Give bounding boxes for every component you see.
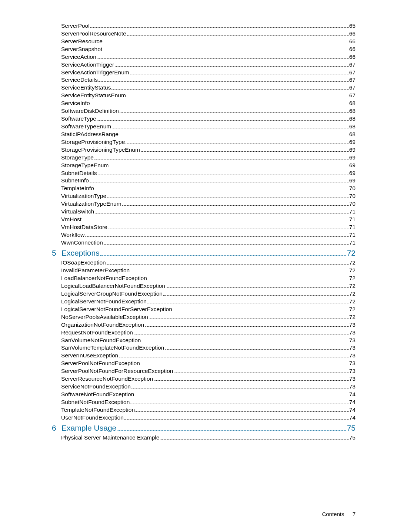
toc-entry-page: 66 [349,46,356,53]
toc-entry-page: 73 [349,360,356,367]
toc-entry[interactable]: SanVolumeNotFoundException73 [61,337,356,344]
toc-entry[interactable]: LogicalLoadBalancerNotFoundException72 [61,282,356,290]
toc-entry[interactable]: Workflow71 [61,231,356,239]
toc-entry-page: 74 [349,398,356,406]
toc-entry[interactable]: ServiceEntityStatus67 [61,84,356,92]
toc-leader-dots [119,136,349,136]
toc-entry-label: ServiceEntityStatus [61,84,111,92]
toc-entry[interactable]: VirtualizationType70 [61,192,356,200]
toc-entry-page: 72 [349,298,356,306]
toc-entry-page: 73 [349,337,356,344]
toc-entry-page: 69 [349,162,356,169]
toc-entry[interactable]: ServerSnapshot66 [61,46,356,53]
toc-entry[interactable]: ServiceActionTrigger67 [61,61,356,69]
toc-entry[interactable]: VmHost71 [61,216,356,223]
toc-entry-page: 72 [349,313,356,321]
toc-entry[interactable]: ServiceAction66 [61,53,356,61]
toc-entry[interactable]: ServerResourceNotFoundException73 [61,375,356,383]
footer-page-number: 7 [353,511,356,517]
toc-entry[interactable]: NoServerPoolsAvailableException72 [61,313,356,321]
toc-entry[interactable]: ServerResource66 [61,38,356,46]
toc-entry[interactable]: VirtualizationTypeEnum70 [61,200,356,208]
table-of-contents: ServerPool65ServerPoolResourceNote66Serv… [37,22,356,442]
toc-entry-page: 66 [349,38,356,46]
toc-entry[interactable]: TemplateInfo70 [61,185,356,192]
toc-entry[interactable]: RequestNotFoundException73 [61,329,356,337]
toc-entry[interactable]: Physical Server Maintenance Example75 [61,434,356,442]
toc-entry-page: 72 [349,275,356,282]
toc-entry-label: SoftwareType [61,115,96,123]
toc-entry[interactable]: VmHostDataStore71 [61,223,356,231]
toc-entry-label: IOSoapException [61,259,106,267]
toc-entry-page: 68 [349,131,356,138]
toc-entry[interactable]: ServiceInfo68 [61,100,356,107]
toc-entry-label: StorageType [61,154,94,162]
toc-entry[interactable]: LoadBalancerNotFoundException72 [61,275,356,282]
toc-leader-dots [148,280,349,280]
toc-entry[interactable]: LogicalServerNotFoundForServerException7… [61,306,356,313]
toc-entry[interactable]: ServiceActionTriggerEnum67 [61,69,356,77]
toc-leader-dots [94,159,349,159]
toc-entry[interactable]: ServiceDetails67 [61,76,356,84]
toc-leader-dots [135,396,348,396]
toc-entry[interactable]: LogicalServerNotFoundException72 [61,298,356,306]
toc-entry[interactable]: ServerPoolNotFoundForResourceException73 [61,367,356,375]
toc-entry[interactable]: ServerPool65 [61,22,356,30]
toc-entry-page: 67 [349,69,356,77]
toc-leader-dots [130,404,348,404]
toc-entry-label: ServerPoolNotFoundException [61,360,140,367]
toc-entry-page: 72 [349,267,356,275]
toc-entry-page: 75 [349,434,356,442]
toc-entry-label: SubnetDetails [61,169,97,177]
toc-entry[interactable]: SubnetNotFoundException74 [61,398,356,406]
toc-entry[interactable]: SoftwareType68 [61,115,356,123]
toc-entry[interactable]: StaticIPAddressRange68 [61,131,356,138]
toc-leader-dots [131,388,349,388]
toc-entry-label: Physical Server Maintenance Example [61,434,159,442]
toc-entry-page: 73 [349,375,356,383]
toc-entry[interactable]: ServiceEntityStatusEnum67 [61,92,356,100]
toc-entry[interactable]: ServerInUseException73 [61,352,356,360]
toc-entry[interactable]: SoftwareNotFoundException74 [61,391,356,398]
toc-entry[interactable]: ServerPoolResourceNote66 [61,30,356,38]
toc-entry[interactable]: StorageProvisioningTypeEnum69 [61,146,356,154]
toc-leader-dots [108,229,349,229]
toc-entry[interactable]: IOSoapException72 [61,259,356,267]
toc-entry[interactable]: OrganizationNotFoundException73 [61,321,356,329]
toc-leader-dots [107,264,349,265]
toc-entry-page: 67 [349,61,356,69]
toc-leader-dots [82,221,349,221]
toc-entry-label: ServiceEntityStatusEnum [61,92,126,100]
toc-entry[interactable]: LogicalServerGroupNotFoundException72 [61,290,356,298]
toc-entry[interactable]: SanVolumeTemplateNotFoundException73 [61,344,356,352]
toc-entry[interactable]: UserNotFoundException74 [61,414,356,422]
toc-entry[interactable]: StorageProvisioningType69 [61,138,356,146]
toc-entry[interactable]: SubnetDetails69 [61,169,356,177]
toc-entry-page: 68 [349,107,356,115]
toc-entry[interactable]: TemplateNotFoundException74 [61,406,356,414]
toc-entry-label: ServiceInfo [61,100,90,107]
toc-entry-page: 72 [349,282,356,290]
toc-leader-dots [109,167,348,167]
toc-entry[interactable]: SubnetInfo69 [61,177,356,185]
toc-entry[interactable]: SoftwareDiskDefinition68 [61,107,356,115]
toc-entry[interactable]: WwnConnection71 [61,239,356,247]
toc-entry[interactable]: InvalidParameterException72 [61,267,356,275]
toc-entry[interactable]: StorageType69 [61,154,356,162]
toc-entry[interactable]: ServerPoolNotFoundException73 [61,360,356,367]
toc-leader-dots [124,419,349,420]
toc-entry-label: VmHostDataStore [61,223,107,231]
toc-leader-dots [100,255,346,256]
toc-leader-dots [154,380,349,381]
toc-entry[interactable]: VirtualSwitch71 [61,208,356,216]
toc-chapter-number: 6 [52,422,61,434]
toc-entry[interactable]: 6 Example Usage75 [52,422,356,434]
toc-entry-label: VmHost [61,216,81,223]
toc-entry[interactable]: StorageTypeEnum69 [61,162,356,169]
toc-entry[interactable]: ServiceNotFoundException73 [61,383,356,391]
toc-entry-page: 66 [349,53,356,61]
toc-leader-dots [85,236,348,237]
toc-entry[interactable]: 5 Exceptions72 [52,247,356,259]
toc-entry[interactable]: SoftwareTypeEnum68 [61,123,356,131]
toc-entry-page: 69 [349,169,356,177]
